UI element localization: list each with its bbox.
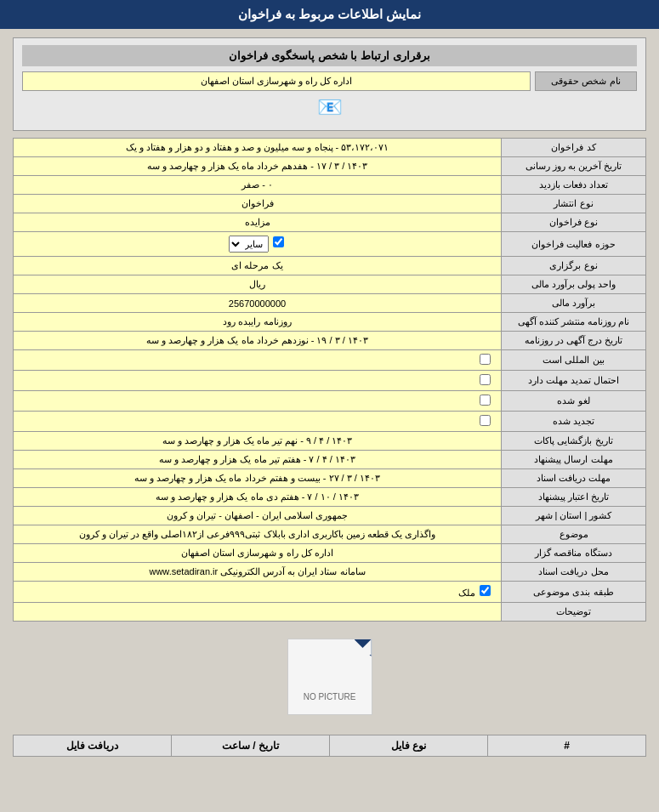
field-label: برآورد مالی — [502, 294, 646, 313]
col-number: # — [487, 735, 645, 756]
col-datetime: تاریخ / ساعت — [171, 735, 329, 756]
info-table: کد فراخوان ۵۳،۱۷۲،۰۷۱ - پنجاه و سه میلیو… — [13, 138, 646, 622]
field-label: کد فراخوان — [502, 139, 646, 157]
field-value — [14, 391, 502, 412]
field-label: نوع برگزاری — [502, 257, 646, 275]
field-value: ۱۴۰۳ / ۱۰ / ۷ - هفتم دی ماه یک هزار و چه… — [14, 488, 502, 507]
table-row: نوع فراخوان مزایده — [14, 213, 646, 232]
field-label: دستگاه مناقصه گزار — [502, 544, 646, 563]
contact-title: برقراری ارتباط با شخص پاسخگوی فراخوان — [22, 45, 637, 66]
international-checkbox[interactable] — [480, 354, 491, 365]
contact-value: اداره کل راه و شهرسازی استان اصفهان — [22, 71, 531, 91]
activity-select[interactable]: سایر — [229, 236, 269, 253]
field-value: سایر — [14, 232, 502, 257]
table-row: کشور | استان | شهر جمهوری اسلامی ایران -… — [14, 507, 646, 525]
field-value: ۱۴۰۳ / ۳ / ۱۹ - نوزدهم خرداد ماه یک هزار… — [14, 332, 502, 350]
renewed-checkbox[interactable] — [480, 415, 491, 426]
field-value: ۱۴۰۳ / ۳ / ۱۷ - هفدهم خرداد ماه یک هزار … — [14, 157, 502, 176]
field-value: فراخوان — [14, 195, 502, 213]
table-row: محل دریافت اسناد سامانه ستاد ایران به آد… — [14, 563, 646, 582]
field-value — [14, 603, 502, 622]
table-row: توضیحات — [14, 603, 646, 622]
contact-row: نام شخص حقوقی اداره کل راه و شهرسازی است… — [22, 71, 637, 91]
field-label: نوع فراخوان — [502, 213, 646, 232]
category-checkbox[interactable] — [480, 585, 491, 596]
field-value: ۱۴۰۳ / ۳ / ۲۷ - بیست و هفتم خرداد ماه یک… — [14, 469, 502, 488]
field-value — [14, 412, 502, 432]
field-value: روزنامه رایبده رود — [14, 313, 502, 332]
field-label: تاریخ آخرین به روز رسانی — [502, 157, 646, 176]
field-label: محل دریافت اسناد — [502, 563, 646, 582]
field-value: ریال — [14, 275, 502, 294]
table-row: مهلت ارسال پیشنهاد ۱۴۰۳ / ۴ / ۷ - هفتم ت… — [14, 451, 646, 469]
field-value: ۰ - صفر — [14, 176, 502, 195]
field-value: جمهوری اسلامی ایران - اصفهان - تیران و ک… — [14, 507, 502, 525]
table-row: تاریخ اعتبار پیشنهاد ۱۴۰۳ / ۱۰ / ۷ - هفت… — [14, 488, 646, 507]
no-picture-label: NO PICTURE — [288, 692, 372, 701]
col-file-type: نوع فایل — [329, 735, 487, 756]
field-value — [14, 371, 502, 391]
field-label: بین المللی است — [502, 350, 646, 371]
activity-checkbox[interactable] — [273, 236, 284, 247]
field-value: واگذاری یک قطعه زمین باکاربری اداری بابل… — [14, 525, 502, 544]
cancelled-checkbox[interactable] — [480, 395, 491, 406]
field-value: ۵۳،۱۷۲،۰۷۱ - پنجاه و سه میلیون و صد و هف… — [14, 139, 502, 157]
table-row: احتمال تمدید مهلت دارد — [14, 371, 646, 391]
field-label: نام روزنامه منتشر کننده آگهی — [502, 313, 646, 332]
table-row: حوزه فعالیت فراخوان سایر — [14, 232, 646, 257]
table-row: مهلت دریافت اسناد ۱۴۰۳ / ۳ / ۲۷ - بیست و… — [14, 469, 646, 488]
field-label: نوع انتشار — [502, 195, 646, 213]
field-value: ملک — [14, 582, 502, 603]
page-header: نمایش اطلاعات مربوط به فراخوان — [0, 0, 659, 29]
email-icon-area: 📧 — [22, 91, 637, 123]
extension-checkbox[interactable] — [480, 374, 491, 385]
field-value: یک مرحله ای — [14, 257, 502, 275]
field-label: لغو شده — [502, 391, 646, 412]
table-row: برآورد مالی 25670000000 — [14, 294, 646, 313]
field-label: تعداد دفعات بازدید — [502, 176, 646, 195]
field-label: تاریخ درج آگهی در روزنامه — [502, 332, 646, 350]
contact-label: نام شخص حقوقی — [535, 71, 637, 91]
field-label: مهلت ارسال پیشنهاد — [502, 451, 646, 469]
no-picture-image: NO PICTURE — [287, 639, 372, 715]
table-row: واحد پولی برآورد مالی ریال — [14, 275, 646, 294]
category-label: ملک — [458, 588, 475, 598]
table-row: کد فراخوان ۵۳،۱۷۲،۰۷۱ - پنجاه و سه میلیو… — [14, 139, 646, 157]
table-row: لغو شده — [14, 391, 646, 412]
table-row: دستگاه مناقصه گزار اداره کل راه و شهرساز… — [14, 544, 646, 563]
field-label: تجدید شده — [502, 412, 646, 432]
field-value: مزایده — [14, 213, 502, 232]
field-label: طبقه بندی موضوعی — [502, 582, 646, 603]
field-value: 25670000000 — [14, 294, 502, 313]
field-value: اداره کل راه و شهرسازی استان اصفهان — [14, 544, 502, 563]
field-value — [14, 350, 502, 371]
table-row: تاریخ آخرین به روز رسانی ۱۴۰۳ / ۳ / ۱۷ -… — [14, 157, 646, 176]
table-row: موضوع واگذاری یک قطعه زمین باکاربری ادار… — [14, 525, 646, 544]
field-value: ۱۴۰۳ / ۴ / ۷ - هفتم تیر ماه یک هزار و چه… — [14, 451, 502, 469]
table-row: نوع انتشار فراخوان — [14, 195, 646, 213]
main-content: برقراری ارتباط با شخص پاسخگوی فراخوان نا… — [0, 29, 659, 765]
field-label: مهلت دریافت اسناد — [502, 469, 646, 488]
field-label: احتمال تمدید مهلت دارد — [502, 371, 646, 391]
bottom-table-header: # نوع فایل تاریخ / ساعت دریافت فایل — [13, 735, 646, 757]
field-value: سامانه ستاد ایران به آدرس الکترونیکی www… — [14, 563, 502, 582]
field-label: تاریخ بازگشایی پاکات — [502, 432, 646, 451]
field-label: تاریخ اعتبار پیشنهاد — [502, 488, 646, 507]
field-value: ۱۴۰۳ / ۴ / ۹ - نهم تیر ماه یک هزار و چها… — [14, 432, 502, 451]
table-row: تاریخ بازگشایی پاکات ۱۴۰۳ / ۴ / ۹ - نهم … — [14, 432, 646, 451]
no-picture-box: NO PICTURE — [13, 622, 646, 726]
table-row: تاریخ درج آگهی در روزنامه ۱۴۰۳ / ۳ / ۱۹ … — [14, 332, 646, 350]
field-label: حوزه فعالیت فراخوان — [502, 232, 646, 257]
table-row: طبقه بندی موضوعی ملک — [14, 582, 646, 603]
contact-section: برقراری ارتباط با شخص پاسخگوی فراخوان نا… — [13, 37, 646, 131]
field-label: کشور | استان | شهر — [502, 507, 646, 525]
field-label: واحد پولی برآورد مالی — [502, 275, 646, 294]
table-row: نام روزنامه منتشر کننده آگهی روزنامه رای… — [14, 313, 646, 332]
field-label: توضیحات — [502, 603, 646, 622]
col-download: دریافت فایل — [14, 735, 171, 756]
field-label: موضوع — [502, 525, 646, 544]
header-title: نمایش اطلاعات مربوط به فراخوان — [238, 7, 422, 21]
email-icon: 📧 — [317, 95, 343, 118]
page-wrapper: نمایش اطلاعات مربوط به فراخوان برقراری ا… — [0, 0, 659, 812]
table-row: نوع برگزاری یک مرحله ای — [14, 257, 646, 275]
